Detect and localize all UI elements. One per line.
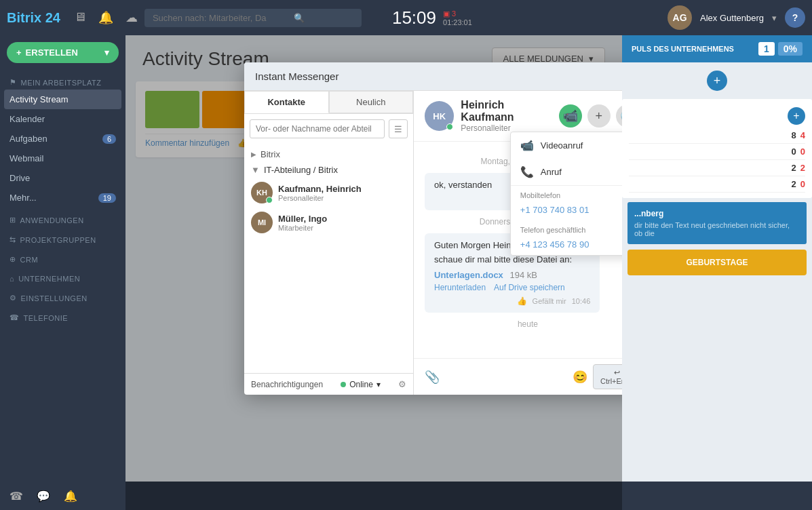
stat-row-2: 0 0	[629, 144, 805, 160]
call-dropdown-menu: 📹 Videoanruf 📞 Anruf Mobilte	[510, 132, 622, 256]
stat-row-1: 8 4	[629, 128, 805, 144]
topbar-right: AG Alex Guttenberg ▾ ?	[668, 5, 805, 30]
sidebar-item-label: Kalender	[9, 114, 45, 124]
chat-panel: HK Heinrich Kaufmann Personalleiter 📹	[414, 91, 622, 395]
chat-bottom-icon[interactable]: 💬	[37, 490, 50, 503]
contact-kaufmann[interactable]: KH Kaufmann, Heinrich Personalleiter	[244, 178, 413, 208]
create-label: ERSTELLEN	[26, 47, 78, 58]
phone-icon: ☎	[9, 313, 20, 322]
stat-num-2a: 0	[792, 146, 796, 157]
avatar[interactable]: AG	[668, 5, 692, 30]
sidebar-item-webmail[interactable]: Webmail	[0, 149, 125, 168]
tree-item-bitrix[interactable]: ▶ Bitrix	[244, 146, 413, 162]
aufgaben-badge: 6	[102, 134, 116, 144]
puls-title: PULS DES UNTERNEHMENS	[632, 45, 734, 53]
message-time-2: 10:46	[572, 297, 591, 305]
file-actions: Herunterladen Auf Drive speichern	[434, 283, 590, 292]
gear-icon: ⚙	[9, 294, 17, 302]
message-text-2b: schaue dir mal bitte diese Datei an:	[434, 254, 590, 264]
puls-box: PULS DES UNTERNEHMENS 1 0%	[622, 35, 812, 62]
phone-dropdown-icon: 📞	[520, 165, 534, 178]
phone-bottom-icon[interactable]: ☎	[9, 490, 23, 503]
video-call-button[interactable]: 📹	[559, 104, 582, 128]
online-status[interactable]: Online ▾	[341, 380, 381, 389]
modal-header: Instant Messenger ×	[244, 62, 622, 91]
section-projektgruppen: ⇆ PROJEKTGRUPPEN	[0, 227, 125, 247]
dropdown-item-anruf[interactable]: 📞 Anruf	[511, 159, 622, 185]
notifications-label: Benachrichtigungen	[251, 380, 323, 389]
right-panel-add-button[interactable]: +	[707, 71, 727, 91]
geburtstage-button[interactable]: GEBURTSTAGE	[627, 250, 807, 275]
add-contact-button[interactable]: +	[587, 104, 611, 128]
tree-group-it-abteilung[interactable]: ▼ IT-Abteilung / Bitrix	[244, 162, 413, 178]
time-sub: ▣ 3 01:23:01	[443, 9, 472, 26]
dropdown-phone-mobil[interactable]: +1 703 740 83 01	[511, 202, 622, 220]
puls-num-1: 1	[758, 42, 775, 56]
sidebar-item-activity-stream[interactable]: Activity Stream	[4, 90, 121, 109]
clock-display: 15:09	[392, 7, 436, 28]
help-button[interactable]: ?	[785, 7, 805, 28]
sidebar-item-aufgaben[interactable]: Aufgaben 6	[0, 129, 125, 149]
search-input[interactable]	[153, 13, 288, 23]
username-display[interactable]: Alex Guttenberg	[700, 13, 764, 23]
messenger-tabs: Kontakte Neulich	[244, 91, 413, 114]
file-download-link[interactable]: Herunterladen	[434, 283, 486, 292]
tab-kontakte[interactable]: Kontakte	[244, 91, 329, 113]
expanded-arrow-icon: ▼	[251, 165, 260, 175]
contact-search-icon[interactable]: ☰	[389, 119, 408, 138]
file-save-link[interactable]: Auf Drive speichern	[494, 283, 565, 292]
like-icon-2: 👍	[517, 296, 527, 306]
sidebar-item-mehr[interactable]: Mehr... 19	[0, 188, 125, 208]
puls-num-2: 0%	[778, 42, 803, 56]
dropdown-section-geschaeft: Telefon geschäftlich	[511, 220, 622, 237]
stats-add-button[interactable]: +	[788, 107, 805, 125]
stat-num-4b: 0	[800, 179, 805, 189]
create-button[interactable]: + ERSTELLEN ▾	[7, 42, 119, 63]
sidebar-item-drive[interactable]: Drive	[0, 168, 125, 188]
cloud-icon[interactable]: ☁	[125, 10, 138, 25]
contact-muller[interactable]: MI Müller, Ingo Mitarbeiter	[244, 208, 413, 237]
notifications-gear-icon[interactable]: ⚙	[398, 379, 406, 389]
messenger-bottom-bar: Benachrichtigungen Online ▾ ⚙	[244, 373, 413, 395]
bell-icon[interactable]: 🔔	[98, 10, 113, 25]
building-icon: ⌂	[9, 275, 14, 283]
content-area: Activity Stream ALLE MELDUNGEN ▾	[125, 35, 622, 510]
sidebar-item-label: Activity Stream	[9, 94, 69, 104]
chat-avatar: HK	[425, 101, 454, 131]
right-blue-content: ...nberg dir bitte den Text neut geschri…	[634, 209, 800, 237]
right-blue-block: ...nberg dir bitte den Text neut geschri…	[627, 202, 807, 244]
instant-messenger-modal: Instant Messenger × Kontakte Neulich ☰	[244, 62, 622, 395]
sidebar-item-kalender[interactable]: Kalender	[0, 109, 125, 129]
modal-body: Kontakte Neulich ☰ ▶ Bitrix	[244, 91, 622, 395]
dropdown-phone-geschaeft[interactable]: +4 123 456 78 90	[511, 237, 622, 255]
section-telefonie: ☎ TELEFONIE	[0, 305, 125, 325]
section-crm: ⊕ CRM	[0, 247, 125, 267]
bell-bottom-icon[interactable]: 🔔	[64, 490, 77, 503]
contact-search-input[interactable]	[250, 119, 385, 138]
contact-tree: ▶ Bitrix ▼ IT-Abteilung / Bitrix KH	[244, 144, 413, 373]
puls-numbers: 1 0%	[758, 42, 803, 56]
right-text-snippet: dir bitte den Text neut geschrieben nich…	[634, 221, 800, 237]
history-button[interactable]: 🕐	[616, 104, 622, 128]
timer-display: 01:23:01	[443, 18, 472, 26]
modal-overlay: Instant Messenger × Kontakte Neulich ☰	[125, 35, 622, 510]
send-icon: ↩	[614, 368, 620, 377]
online-dot	[341, 382, 346, 387]
dropdown-item-videoanruf[interactable]: 📹 Videoanruf	[511, 132, 622, 159]
tree-label-bitrix: Bitrix	[260, 149, 280, 159]
contact-role-muller: Mitarbeiter	[278, 224, 327, 232]
sidebar-item-label: Mehr...	[9, 193, 37, 203]
stat-num-4a: 2	[792, 179, 796, 189]
tab-neulich[interactable]: Neulich	[329, 91, 414, 113]
attach-button[interactable]: 📎	[422, 367, 442, 387]
topbar-search-box: 🔍	[144, 9, 362, 27]
messenger-contacts-panel: Kontakte Neulich ☰ ▶ Bitrix	[244, 91, 414, 395]
monitor-icon[interactable]: 🖥	[74, 10, 86, 25]
emoji-button[interactable]: 😊	[573, 370, 587, 385]
send-button[interactable]: ↩ Ctrl+Enter	[593, 364, 622, 389]
badge-count: ▣ 3	[443, 9, 472, 18]
plus-icon: +	[16, 47, 22, 58]
crm-icon: ⊕	[9, 255, 16, 264]
dropdown-label-anruf: Anruf	[541, 167, 562, 177]
chat-message-input[interactable]	[448, 368, 567, 387]
